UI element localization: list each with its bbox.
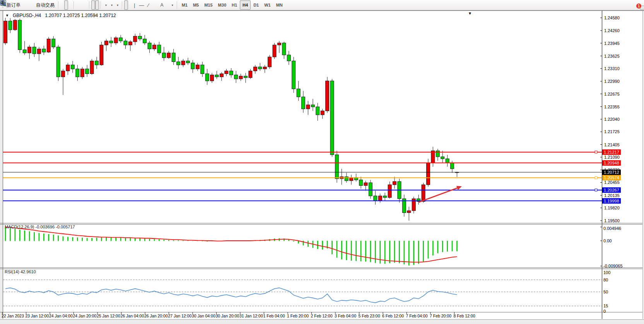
candlestick-chart-button[interactable] [64, 0, 68, 10]
candle-bull [66, 65, 70, 71]
timeframe-D1[interactable]: D1 [251, 0, 261, 10]
arrow-annotation-head[interactable] [456, 186, 462, 190]
timeframe-M15[interactable]: M15 [202, 0, 215, 10]
candle-bull [167, 53, 171, 58]
fibonacci-tool-button[interactable]: F [155, 0, 159, 10]
time-axis-label: 23 Jan 12:00 [26, 314, 49, 318]
horizontal-line-tool-button[interactable]: — [137, 0, 146, 10]
timeframe-M1[interactable]: M1 [179, 0, 190, 10]
time-axis-label: 7 Feb 04:00 [406, 314, 428, 318]
line-handle[interactable] [595, 189, 597, 191]
timeframe-H1[interactable]: H1 [229, 0, 240, 10]
candle-bull [253, 67, 257, 71]
candle-bear [244, 76, 248, 78]
candle-bull [364, 183, 367, 185]
candle-bull [196, 65, 199, 69]
toolbar-separator [177, 1, 178, 9]
candle-bull [104, 41, 108, 45]
candle-bear [23, 50, 26, 53]
price-tick-label: 1.22675 [604, 92, 620, 96]
candle-bear [282, 43, 286, 55]
template-button[interactable]: ▾ [114, 0, 120, 10]
zoom-in-button[interactable] [76, 0, 80, 10]
candle-bull [277, 43, 281, 45]
time-axis-label: 7 Feb 20:00 [430, 314, 451, 318]
candle-bear [9, 21, 12, 30]
line-chart-button[interactable] [68, 0, 72, 10]
bar-chart-button[interactable] [60, 0, 64, 10]
price-tick-label: 1.23945 [604, 41, 620, 46]
arrows-tool-button[interactable]: ▾ [169, 0, 175, 10]
time-axis-line [0, 312, 642, 312]
time-axis-label: 24 Jan 04:00 [49, 314, 73, 318]
price-tick-label: 1.22990 [604, 79, 620, 84]
tile-windows-button[interactable] [84, 0, 87, 10]
panel-splitter[interactable] [0, 223, 642, 223]
candle-bear [215, 75, 219, 77]
mt4-window: 新订单 自动交易 [0, 0, 644, 324]
channel-tool-button[interactable]: E [151, 0, 155, 10]
candle-bear [258, 67, 262, 69]
candle-bear [292, 61, 296, 89]
timeframe-W1[interactable]: W1 [261, 0, 273, 10]
rsi-axis-label: 80 [603, 278, 608, 282]
price-tick-label: 1.20455 [604, 180, 620, 185]
time-axis-label: 26 Jan 20:00 [144, 314, 168, 318]
price-tick-label: 1.23310 [604, 66, 620, 71]
trendline-tool-button[interactable]: ∕ [146, 0, 150, 10]
timeframe-group: M1M5M15M30H1H4D1W1MN [179, 0, 285, 10]
auto-trading-button[interactable]: 自动交易 [34, 0, 56, 10]
toolbar-separator [101, 1, 101, 9]
candle-bear [32, 47, 36, 54]
chart-shift-button[interactable] [95, 0, 99, 10]
timeframe-MN[interactable]: MN [273, 0, 285, 10]
market-watch-button[interactable] [22, 0, 26, 10]
text-label-tool-button[interactable]: T [166, 0, 169, 10]
signals-button[interactable] [30, 0, 34, 10]
candle-bear [316, 107, 319, 115]
period-button[interactable]: ▾ [109, 0, 114, 10]
candle-bear [205, 74, 209, 81]
candle-bull [388, 185, 391, 197]
line-handle[interactable] [595, 177, 597, 179]
timeframe-M30[interactable]: M30 [215, 0, 229, 10]
candle-bear [143, 39, 147, 43]
candle-bull [268, 57, 272, 67]
chevron-down-icon: ▾ [111, 3, 113, 7]
cursor-tool-button[interactable] [124, 0, 128, 10]
candle-bull [407, 211, 411, 213]
new-order-button[interactable]: 新订单 [5, 0, 22, 10]
candle-bear [138, 36, 142, 39]
auto-scroll-button[interactable] [91, 0, 95, 10]
new-chart-button[interactable]: ▾ [103, 0, 109, 10]
timeframe-H4[interactable]: H4 [240, 0, 251, 10]
candle-bull [4, 21, 7, 43]
rsi-axis-label: 15 [603, 303, 608, 308]
candle-bull [181, 61, 185, 65]
time-axis-label: 8 Feb 12:00 [454, 314, 475, 318]
price-tick-label: 1.19500 [604, 218, 620, 223]
rsi-axis-label: 0 [603, 309, 606, 314]
line-handle[interactable] [595, 151, 597, 153]
candle-bull [128, 42, 132, 45]
candle-bear [119, 38, 123, 41]
zoom-out-button[interactable] [80, 0, 84, 10]
chart-canvas[interactable] [0, 11, 644, 319]
time-axis-label: 1 Feb 20:00 [287, 314, 309, 318]
candle-bear [76, 69, 79, 77]
vertical-line-tool-button[interactable]: | [132, 0, 137, 10]
time-axis-label: 2 Feb 12:00 [311, 314, 333, 318]
macd-axis-label: -0.009065 [603, 264, 623, 268]
time-axis-label: 5 Feb 23:00 [359, 314, 380, 318]
crosshair-tool-button[interactable] [128, 0, 132, 10]
panel-splitter[interactable] [0, 267, 642, 268]
search-icon[interactable] [0, 0, 7, 7]
time-axis-label: 30 Jan 20:00 [216, 314, 239, 318]
candle-bear [335, 155, 338, 179]
text-tool-button[interactable]: A [159, 0, 166, 10]
timeframe-M5[interactable]: M5 [190, 0, 202, 10]
toolbar-separator [89, 1, 90, 9]
candle-bear [330, 81, 334, 155]
navigator-button[interactable] [26, 0, 30, 10]
time-axis-label: 6 Feb 12:00 [382, 314, 404, 318]
